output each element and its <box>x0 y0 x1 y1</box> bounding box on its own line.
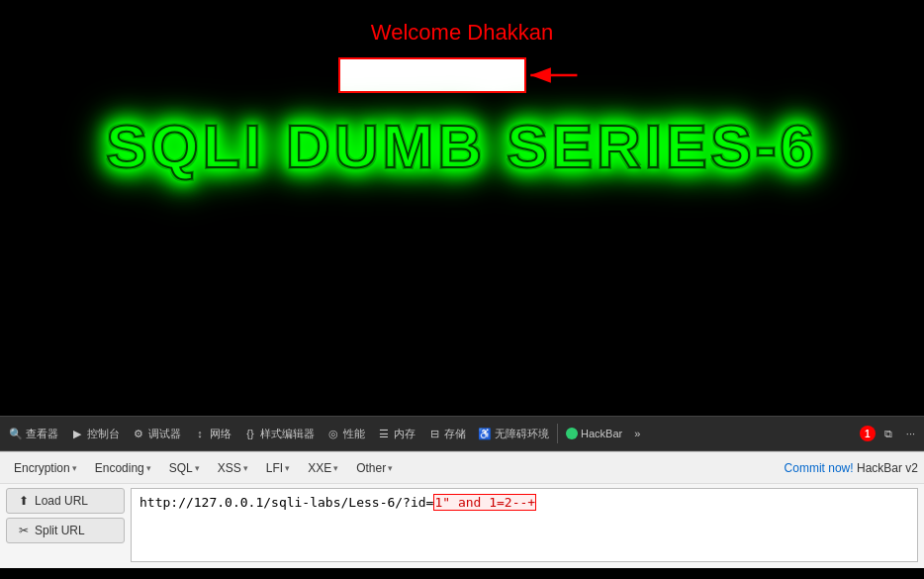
page-title: SQLI DUMB SERIES-6 <box>106 111 818 181</box>
accessibility-label: 无障碍环境 <box>495 427 549 441</box>
inspector-label: 查看器 <box>26 427 58 441</box>
toolbar-responsive[interactable]: ⧉ <box>879 425 897 443</box>
toolbar-debugger[interactable]: ⚙ 调试器 <box>127 424 186 444</box>
menu-sql[interactable]: SQL ▾ <box>161 458 208 478</box>
hackbar-label: HackBar <box>581 428 622 439</box>
menu-encoding[interactable]: Encoding ▾ <box>87 458 159 478</box>
toolbar-performance[interactable]: ◎ 性能 <box>322 424 370 444</box>
debugger-label: 调试器 <box>148 427 181 441</box>
menu-lfi[interactable]: LFI ▾ <box>258 458 298 478</box>
toolbar-memory[interactable]: ☰ 内存 <box>372 424 420 444</box>
console-icon: ▶ <box>70 427 84 440</box>
error-badge[interactable]: 1 <box>860 426 876 441</box>
hackbar-version: HackBar v2 <box>857 461 918 475</box>
hackbar-menubar: Encryption ▾ Encoding ▾ SQL ▾ XSS ▾ LFI … <box>0 452 924 484</box>
storage-label: 存储 <box>444 427 466 441</box>
browser-toolbar: 🔍 查看器 ▶ 控制台 ⚙ 调试器 ↕ 网络 {} 样式编辑器 ◎ 性能 ☰ 内… <box>0 416 924 451</box>
url-payload: 1" and 1=2--+ <box>433 494 536 511</box>
split-url-icon: ✂ <box>19 524 29 537</box>
split-url-label: Split URL <box>35 524 85 537</box>
xxe-label: XXE <box>308 461 331 475</box>
style-label: 样式编辑器 <box>260 427 315 441</box>
sql-label: SQL <box>169 461 193 475</box>
action-buttons: ⬆ Load URL ✂ Split URL <box>6 488 125 543</box>
other-chevron: ▾ <box>388 463 393 473</box>
split-url-button[interactable]: ✂ Split URL <box>6 518 125 543</box>
memory-label: 内存 <box>394 427 416 441</box>
top-input[interactable] <box>338 57 526 93</box>
menu-other[interactable]: Other ▾ <box>348 458 401 478</box>
input-arrow-row <box>338 57 586 93</box>
toolbar-accessibility[interactable]: ♿ 无障碍环境 <box>473 424 554 444</box>
toolbar-storage[interactable]: ⊟ 存储 <box>422 424 471 444</box>
toolbar-right: 1 ⧉ ··· <box>860 425 920 443</box>
encryption-chevron: ▾ <box>72 463 77 473</box>
welcome-label: Welcome <box>371 20 461 45</box>
hackbar-panel: Encryption ▾ Encoding ▾ SQL ▾ XSS ▾ LFI … <box>0 451 924 568</box>
network-label: 网络 <box>210 427 231 441</box>
url-base: http://127.0.0.1/sqli-labs/Less-6/?id= <box>139 495 433 510</box>
memory-icon: ☰ <box>377 427 391 440</box>
lfi-chevron: ▾ <box>285 463 290 473</box>
options-icon: ··· <box>906 428 915 439</box>
xss-chevron: ▾ <box>243 463 248 473</box>
inspector-icon: 🔍 <box>9 427 23 440</box>
more-icon: » <box>634 428 640 439</box>
main-content: Welcome Dhakkan SQLI DUMB SERIES-6 <box>0 0 924 416</box>
encoding-label: Encoding <box>95 461 144 475</box>
url-display[interactable]: http://127.0.0.1/sqli-labs/Less-6/?id=1"… <box>131 488 918 562</box>
xss-label: XSS <box>218 461 241 475</box>
welcome-section: Welcome Dhakkan <box>371 20 553 46</box>
storage-icon: ⊟ <box>427 427 441 440</box>
arrow-icon <box>526 60 586 90</box>
menu-encryption[interactable]: Encryption ▾ <box>6 458 85 478</box>
performance-label: 性能 <box>343 427 365 441</box>
sql-chevron: ▾ <box>195 463 200 473</box>
toolbar-divider <box>557 424 558 443</box>
toolbar-hackbar[interactable]: HackBar <box>561 425 627 442</box>
toolbar-network[interactable]: ↕ 网络 <box>188 424 236 444</box>
responsive-icon: ⧉ <box>884 428 892 440</box>
encoding-chevron: ▾ <box>146 463 151 473</box>
menu-xxe[interactable]: XXE ▾ <box>300 458 346 478</box>
toolbar-options[interactable]: ··· <box>901 425 920 442</box>
hackbar-dot <box>566 428 578 439</box>
url-textarea-container: http://127.0.0.1/sqli-labs/Less-6/?id=1"… <box>131 488 918 562</box>
hackbar-actions: ⬆ Load URL ✂ Split URL http://127.0.0.1/… <box>0 484 924 568</box>
error-count: 1 <box>865 429 871 439</box>
commit-link[interactable]: Commit now! <box>785 461 854 475</box>
network-icon: ↕ <box>193 427 207 440</box>
hackbar-commit: Commit now! HackBar v2 <box>785 461 918 475</box>
load-url-icon: ⬆ <box>19 494 29 508</box>
toolbar-more[interactable]: » <box>629 425 645 442</box>
console-label: 控制台 <box>87 427 120 441</box>
encryption-label: Encryption <box>14 461 70 475</box>
xxe-chevron: ▾ <box>333 463 338 473</box>
accessibility-icon: ♿ <box>478 427 492 440</box>
lfi-label: LFI <box>266 461 283 475</box>
style-icon: {} <box>243 427 257 440</box>
load-url-label: Load URL <box>35 494 88 508</box>
menu-xss[interactable]: XSS ▾ <box>210 458 256 478</box>
performance-icon: ◎ <box>326 427 340 440</box>
debugger-icon: ⚙ <box>132 427 145 440</box>
load-url-button[interactable]: ⬆ Load URL <box>6 488 125 514</box>
other-label: Other <box>356 461 386 475</box>
toolbar-inspector[interactable]: 🔍 查看器 <box>4 424 63 444</box>
toolbar-style[interactable]: {} 样式编辑器 <box>238 424 320 444</box>
username-label: Dhakkan <box>467 20 553 45</box>
toolbar-console[interactable]: ▶ 控制台 <box>65 424 125 444</box>
